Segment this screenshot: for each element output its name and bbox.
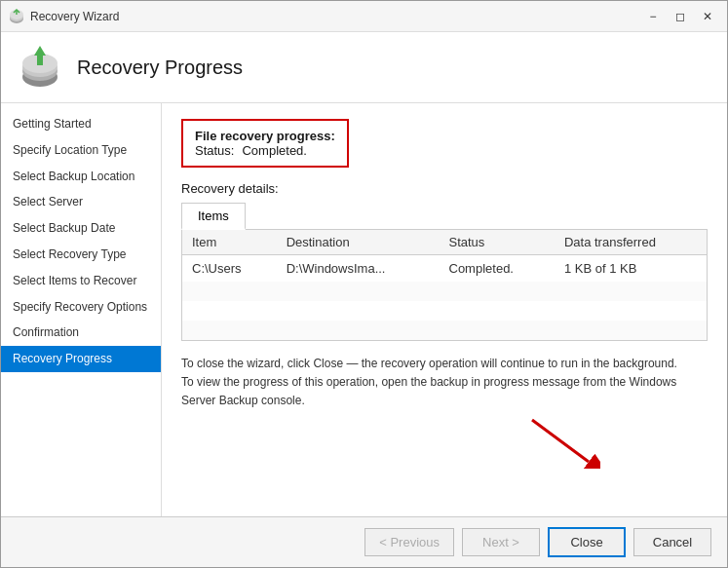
info-text: To close the wizard, click Close — the r…: [181, 355, 708, 411]
svg-line-10: [532, 420, 589, 462]
sidebar: Getting StartedSpecify Location TypeSele…: [1, 103, 162, 516]
header-icon: [17, 44, 63, 91]
sidebar-item-select-items-to-recover[interactable]: Select Items to Recover: [1, 268, 161, 294]
title-bar-controls: − ◻ ✕: [641, 7, 719, 26]
recovery-details-label: Recovery details:: [181, 181, 708, 196]
status-key: Status:: [195, 143, 234, 158]
tab-items[interactable]: Items: [181, 203, 246, 230]
minimize-button[interactable]: −: [641, 7, 665, 26]
sidebar-item-specify-location-type[interactable]: Specify Location Type: [1, 137, 161, 164]
close-arrow-indicator: [522, 415, 600, 469]
table-empty-row: [182, 301, 707, 321]
table-empty-row: [182, 321, 707, 340]
cell-status: Completed.: [440, 255, 555, 283]
items-table: Item Destination Status Data transferred…: [182, 230, 707, 340]
status-value: Completed.: [242, 143, 306, 158]
recovery-wizard-window: Recovery Wizard − ◻ ✕ Recovery Progress …: [0, 0, 728, 568]
sidebar-item-getting-started[interactable]: Getting Started: [1, 111, 161, 137]
table-row: C:\Users D:\WindowsIma... Completed. 1 K…: [182, 255, 707, 283]
sidebar-item-select-recovery-type[interactable]: Select Recovery Type: [1, 242, 161, 268]
items-table-container: Item Destination Status Data transferred…: [181, 230, 708, 341]
sidebar-item-select-backup-location[interactable]: Select Backup Location: [1, 164, 161, 190]
close-window-button[interactable]: ✕: [696, 7, 719, 26]
cancel-button[interactable]: Cancel: [633, 528, 711, 556]
cell-item: C:\Users: [182, 255, 277, 283]
sidebar-item-specify-recovery-options[interactable]: Specify Recovery Options: [1, 294, 161, 321]
col-status: Status: [440, 230, 555, 255]
close-button[interactable]: Close: [548, 527, 626, 557]
cell-destination: D:\WindowsIma...: [277, 255, 440, 283]
main-content: File recovery progress: Status: Complete…: [162, 103, 727, 516]
status-progress-label: File recovery progress:: [195, 129, 335, 143]
col-item: Item: [182, 230, 277, 255]
sidebar-item-confirmation[interactable]: Confirmation: [1, 320, 161, 346]
previous-button[interactable]: < Previous: [364, 528, 454, 556]
sidebar-item-select-server[interactable]: Select Server: [1, 189, 161, 215]
footer: < Previous Next > Close Cancel: [1, 516, 727, 567]
window-icon: [9, 9, 24, 24]
status-box: File recovery progress: Status: Complete…: [181, 119, 349, 168]
maximize-button[interactable]: ◻: [669, 7, 692, 26]
tab-bar: Items: [181, 202, 708, 230]
page-title: Recovery Progress: [77, 57, 243, 79]
col-destination: Destination: [277, 230, 440, 255]
arrow-container: [181, 415, 708, 473]
table-empty-row: [182, 282, 707, 301]
title-bar: Recovery Wizard − ◻ ✕: [1, 1, 727, 32]
content-area: Getting StartedSpecify Location TypeSele…: [1, 103, 727, 516]
status-line: Status: Completed.: [195, 143, 335, 158]
window-title: Recovery Wizard: [30, 10, 119, 23]
table-header-row: Item Destination Status Data transferred: [182, 230, 707, 255]
next-button[interactable]: Next >: [462, 528, 540, 556]
cell-data-transferred: 1 KB of 1 KB: [555, 255, 707, 283]
title-bar-left: Recovery Wizard: [9, 9, 119, 24]
sidebar-item-select-backup-date[interactable]: Select Backup Date: [1, 215, 161, 242]
header-bar: Recovery Progress: [1, 32, 727, 103]
sidebar-item-recovery-progress[interactable]: Recovery Progress: [1, 346, 161, 372]
col-data-transferred: Data transferred: [555, 230, 707, 255]
